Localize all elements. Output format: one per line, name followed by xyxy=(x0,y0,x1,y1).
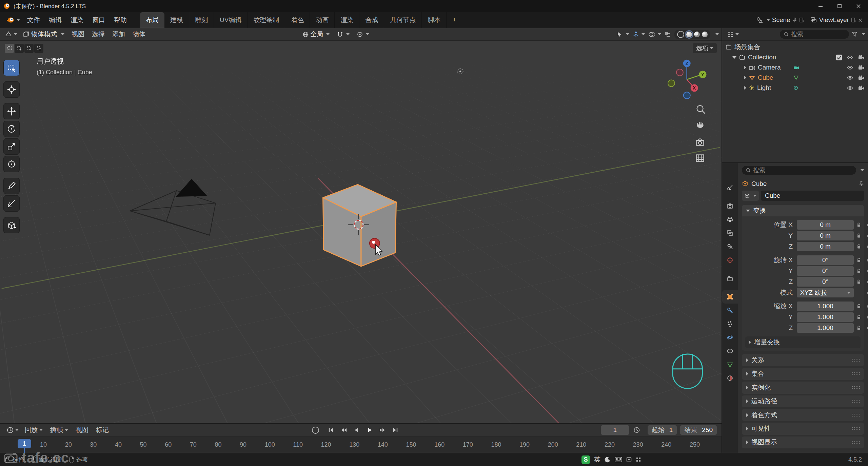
camera-view-button[interactable] xyxy=(696,139,704,145)
preview-range-icon[interactable] xyxy=(633,427,640,433)
collapse-arrow-icon[interactable] xyxy=(744,76,746,80)
select-mode-subtract[interactable] xyxy=(24,44,34,53)
workspace-tab-layout[interactable]: 布局 xyxy=(140,12,164,28)
lock-icon[interactable] xyxy=(856,222,862,228)
drag-grip-icon[interactable] xyxy=(851,427,860,431)
workspace-tab-shading[interactable]: 着色 xyxy=(285,12,310,28)
timeline-menu-playback[interactable]: 回放 xyxy=(21,424,46,436)
navigation-gizmo[interactable]: Z Y X xyxy=(668,60,706,99)
menu-window[interactable]: 窗口 xyxy=(88,12,110,28)
properties-tab-collection[interactable] xyxy=(722,272,738,285)
shading-rendered-button[interactable] xyxy=(702,32,708,37)
workspace-tab-scripting[interactable]: 脚本 xyxy=(422,12,447,28)
section-motion-paths[interactable]: 运动路径 xyxy=(742,395,864,407)
eye-icon[interactable] xyxy=(847,86,853,90)
filter-icon[interactable] xyxy=(852,32,857,37)
breadcrumb-object-name[interactable]: Cube xyxy=(751,180,767,188)
close-button[interactable] xyxy=(849,0,868,12)
timeline-menu-marker[interactable]: 标记 xyxy=(93,424,112,436)
unlink-icon[interactable] xyxy=(858,18,863,22)
tool-select-box[interactable] xyxy=(3,60,20,76)
eye-icon[interactable] xyxy=(847,55,853,60)
tool-options-button[interactable]: 选项 xyxy=(693,43,717,53)
gizmo-x-neg[interactable] xyxy=(676,69,683,76)
snap-magnet-icon[interactable] xyxy=(337,31,343,37)
tool-annotate[interactable] xyxy=(3,178,20,194)
properties-tab-particles[interactable] xyxy=(722,317,738,331)
ortho-grid-button[interactable] xyxy=(696,155,704,162)
workspace-tab-rendering[interactable]: 渲染 xyxy=(335,12,359,28)
collapse-arrow-icon[interactable] xyxy=(744,86,746,90)
prev-keyframe-button[interactable] xyxy=(338,426,350,434)
outliner-editor-type-button[interactable] xyxy=(725,31,741,37)
viewport-3d[interactable]: Z Y X xyxy=(0,41,722,423)
orientation-label[interactable]: 全局 xyxy=(310,30,323,39)
render-camera-icon[interactable] xyxy=(858,65,865,70)
rotation-z-field[interactable]: 0° xyxy=(797,277,854,287)
minimize-button[interactable] xyxy=(811,0,830,12)
timeline-editor-type-button[interactable] xyxy=(5,427,21,433)
lock-icon[interactable] xyxy=(856,304,862,309)
collection-exclude-checkbox[interactable] xyxy=(836,55,842,60)
shading-wireframe-button[interactable] xyxy=(677,31,684,38)
new-scene-icon[interactable] xyxy=(799,17,804,23)
menu-file[interactable]: 文件 xyxy=(23,12,44,28)
expand-arrow-icon[interactable] xyxy=(732,56,736,59)
outliner-display-dropdown[interactable] xyxy=(862,33,865,35)
properties-tab-object[interactable] xyxy=(722,290,738,304)
lock-icon[interactable] xyxy=(856,325,862,331)
workspace-tab-geometry-nodes[interactable]: 几何节点 xyxy=(384,12,422,28)
location-y-field[interactable]: 0 m xyxy=(797,231,854,240)
outliner-item-collection[interactable]: Collection xyxy=(722,52,868,62)
properties-tab-modifiers[interactable] xyxy=(722,304,738,317)
collapse-arrow-icon[interactable] xyxy=(744,65,746,70)
ime-logo-icon[interactable]: S xyxy=(581,455,590,464)
tool-measure[interactable] xyxy=(3,195,20,212)
add-workspace-button[interactable]: + xyxy=(447,12,462,28)
xray-toggle[interactable] xyxy=(665,32,671,37)
outliner-item-camera[interactable]: Camera xyxy=(722,62,868,73)
drag-grip-icon[interactable] xyxy=(851,399,860,403)
lock-icon[interactable] xyxy=(856,268,862,274)
gizmo-y-neg[interactable] xyxy=(668,80,675,86)
object-name-field[interactable]: Cube xyxy=(761,191,864,201)
mode-dropdown[interactable]: 物体模式 xyxy=(19,29,68,39)
play-reverse-button[interactable] xyxy=(351,426,362,434)
location-z-field[interactable]: 0 m xyxy=(797,242,854,251)
workspace-tab-texture-paint[interactable]: 纹理绘制 xyxy=(248,12,285,28)
lock-icon[interactable] xyxy=(856,233,862,238)
timeline-ruler[interactable]: 1 10203040506070809010011012013014015016… xyxy=(0,436,722,453)
section-shading[interactable]: 着色方式 xyxy=(742,409,864,421)
gizmos-dropdown[interactable] xyxy=(633,31,645,38)
zoom-button[interactable] xyxy=(697,105,705,114)
eye-icon[interactable] xyxy=(847,65,853,70)
scene-selector[interactable]: Scene xyxy=(756,16,804,24)
lock-icon[interactable] xyxy=(856,244,862,249)
outliner-item-cube[interactable]: Cube xyxy=(722,73,868,83)
render-camera-icon[interactable] xyxy=(858,55,865,60)
outliner-item-scene-collection[interactable]: 场景集合 xyxy=(722,42,868,52)
section-relations[interactable]: 关系 xyxy=(742,354,864,366)
render-camera-icon[interactable] xyxy=(858,85,865,90)
properties-options-dropdown[interactable] xyxy=(861,169,864,171)
properties-tab-material[interactable] xyxy=(722,371,738,385)
outliner-item-light[interactable]: Light xyxy=(722,83,868,93)
keyboard-icon[interactable] xyxy=(615,457,622,462)
selectability-visibility-dropdown[interactable] xyxy=(617,32,629,37)
editor-type-button[interactable] xyxy=(3,31,19,38)
jump-to-end-button[interactable] xyxy=(390,426,401,434)
current-frame-field[interactable]: 1 xyxy=(601,425,629,435)
viewport-menu-view[interactable]: 视图 xyxy=(68,28,88,40)
workspace-tab-compositing[interactable]: 合成 xyxy=(359,12,384,28)
menu-help[interactable]: 帮助 xyxy=(110,12,131,28)
rotation-mode-dropdown[interactable]: XYZ 欧拉 xyxy=(797,288,854,297)
properties-tab-output[interactable] xyxy=(722,213,738,226)
object-id-dropdown[interactable] xyxy=(742,191,759,201)
shading-dropdown-chevron[interactable] xyxy=(715,33,719,35)
light-object[interactable] xyxy=(458,69,463,74)
tool-rotate[interactable] xyxy=(3,121,20,137)
menu-render[interactable]: 渲染 xyxy=(66,12,88,28)
maximize-button[interactable] xyxy=(830,0,849,12)
shading-solid-button[interactable] xyxy=(686,32,692,37)
outliner-search-input[interactable]: 搜索 xyxy=(780,30,849,39)
